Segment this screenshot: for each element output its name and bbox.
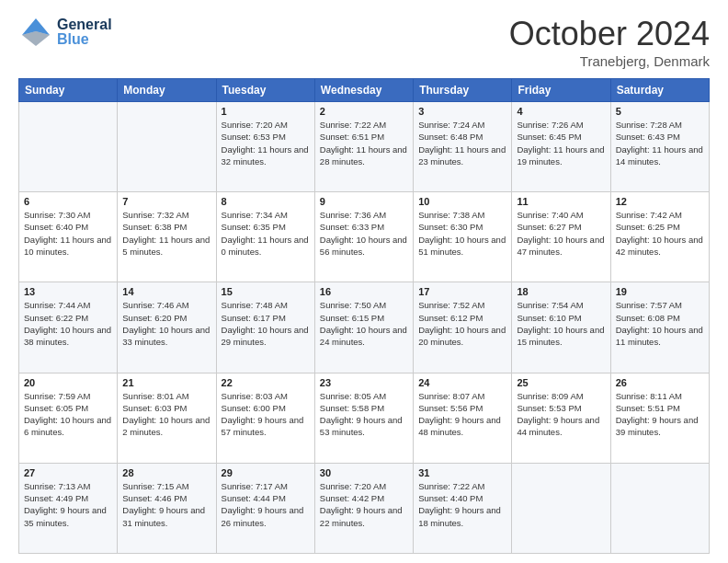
calendar-cell: 3Sunrise: 7:24 AMSunset: 6:48 PMDaylight… — [414, 102, 512, 192]
calendar-cell: 18Sunrise: 7:54 AMSunset: 6:10 PMDayligh… — [512, 282, 610, 373]
daylight-text: Daylight: 10 hours and 29 minutes. — [222, 324, 310, 349]
sunrise-text: Sunrise: 7:57 AM — [616, 299, 704, 311]
sunrise-text: Sunrise: 7:50 AM — [320, 299, 408, 311]
calendar-cell — [610, 463, 709, 553]
day-number: 11 — [517, 196, 605, 207]
day-detail: Sunrise: 7:17 AMSunset: 4:44 PMDaylight:… — [222, 480, 310, 529]
calendar-cell: 2Sunrise: 7:22 AMSunset: 6:51 PMDaylight… — [314, 102, 413, 192]
sunset-text: Sunset: 6:30 PM — [418, 221, 506, 233]
sunset-text: Sunset: 6:22 PM — [24, 312, 112, 324]
day-number: 22 — [222, 377, 310, 388]
day-detail: Sunrise: 7:20 AMSunset: 4:42 PMDaylight:… — [320, 480, 408, 529]
day-detail: Sunrise: 7:50 AMSunset: 6:15 PMDaylight:… — [320, 299, 408, 348]
daylight-text: Daylight: 10 hours and 24 minutes. — [320, 324, 408, 349]
daylight-text: Daylight: 9 hours and 18 minutes. — [418, 504, 506, 529]
day-number: 31 — [418, 467, 506, 478]
day-header-wednesday: Wednesday — [314, 79, 413, 102]
day-header-monday: Monday — [118, 79, 216, 102]
calendar-cell: 16Sunrise: 7:50 AMSunset: 6:15 PMDayligh… — [314, 282, 413, 373]
sunset-text: Sunset: 5:56 PM — [418, 402, 506, 414]
calendar-cell: 30Sunrise: 7:20 AMSunset: 4:42 PMDayligh… — [314, 463, 413, 553]
daylight-text: Daylight: 9 hours and 22 minutes. — [320, 504, 408, 529]
sunset-text: Sunset: 4:42 PM — [320, 492, 408, 504]
logo-general-text: General — [57, 17, 112, 32]
title-block: October 2024 Tranebjerg, Denmark — [509, 15, 710, 69]
day-number: 2 — [320, 106, 408, 117]
day-detail: Sunrise: 7:52 AMSunset: 6:12 PMDaylight:… — [418, 299, 506, 348]
page: General Blue October 2024 Tranebjerg, De… — [0, 0, 728, 563]
sunset-text: Sunset: 6:51 PM — [320, 131, 408, 143]
sunset-text: Sunset: 5:53 PM — [517, 402, 605, 414]
sunset-text: Sunset: 6:33 PM — [320, 221, 408, 233]
calendar-cell: 26Sunrise: 8:11 AMSunset: 5:51 PMDayligh… — [610, 373, 709, 463]
calendar-cell — [19, 102, 118, 192]
daylight-text: Daylight: 9 hours and 26 minutes. — [222, 504, 310, 529]
daylight-text: Daylight: 9 hours and 57 minutes. — [222, 414, 310, 439]
day-number: 28 — [122, 467, 210, 478]
sunrise-text: Sunrise: 7:54 AM — [517, 299, 605, 311]
sunrise-text: Sunrise: 7:34 AM — [222, 209, 310, 221]
sunset-text: Sunset: 6:45 PM — [517, 131, 605, 143]
sunset-text: Sunset: 6:03 PM — [122, 402, 210, 414]
day-detail: Sunrise: 7:57 AMSunset: 6:08 PMDaylight:… — [616, 299, 704, 348]
calendar-cell: 13Sunrise: 7:44 AMSunset: 6:22 PMDayligh… — [19, 282, 118, 373]
daylight-text: Daylight: 10 hours and 11 minutes. — [616, 324, 704, 349]
calendar-cell: 21Sunrise: 8:01 AMSunset: 6:03 PMDayligh… — [118, 373, 216, 463]
sunrise-text: Sunrise: 7:17 AM — [222, 480, 310, 492]
daylight-text: Daylight: 10 hours and 47 minutes. — [517, 234, 605, 259]
day-header-sunday: Sunday — [19, 79, 118, 102]
day-number: 13 — [24, 286, 112, 297]
daylight-text: Daylight: 11 hours and 23 minutes. — [418, 144, 506, 168]
sunrise-text: Sunrise: 7:30 AM — [24, 209, 112, 221]
daylight-text: Daylight: 10 hours and 2 minutes. — [122, 414, 210, 439]
calendar-cell: 12Sunrise: 7:42 AMSunset: 6:25 PMDayligh… — [610, 192, 709, 282]
daylight-text: Daylight: 10 hours and 38 minutes. — [24, 324, 112, 349]
day-header-thursday: Thursday — [414, 79, 512, 102]
sunrise-text: Sunrise: 7:32 AM — [122, 209, 210, 221]
day-detail: Sunrise: 7:24 AMSunset: 6:48 PMDaylight:… — [418, 119, 506, 167]
calendar-cell: 15Sunrise: 7:48 AMSunset: 6:17 PMDayligh… — [216, 282, 314, 373]
calendar-cell: 6Sunrise: 7:30 AMSunset: 6:40 PMDaylight… — [19, 192, 118, 282]
sunrise-text: Sunrise: 8:07 AM — [418, 390, 506, 402]
daylight-text: Daylight: 11 hours and 28 minutes. — [320, 144, 408, 168]
day-detail: Sunrise: 7:44 AMSunset: 6:22 PMDaylight:… — [24, 299, 112, 348]
sunrise-text: Sunrise: 7:36 AM — [320, 209, 408, 221]
daylight-text: Daylight: 10 hours and 15 minutes. — [517, 324, 605, 349]
sunrise-text: Sunrise: 7:13 AM — [24, 480, 112, 492]
sunrise-text: Sunrise: 7:52 AM — [418, 299, 506, 311]
daylight-text: Daylight: 11 hours and 5 minutes. — [122, 234, 210, 259]
calendar-cell: 22Sunrise: 8:03 AMSunset: 6:00 PMDayligh… — [216, 373, 314, 463]
day-detail: Sunrise: 7:38 AMSunset: 6:30 PMDaylight:… — [418, 209, 506, 258]
day-number: 9 — [320, 196, 408, 207]
day-header-tuesday: Tuesday — [216, 79, 314, 102]
day-detail: Sunrise: 8:01 AMSunset: 6:03 PMDaylight:… — [122, 390, 210, 439]
day-number: 19 — [616, 286, 704, 297]
daylight-text: Daylight: 9 hours and 35 minutes. — [24, 504, 112, 529]
calendar-cell: 7Sunrise: 7:32 AMSunset: 6:38 PMDaylight… — [118, 192, 216, 282]
sunset-text: Sunset: 6:08 PM — [616, 312, 704, 324]
day-number: 23 — [320, 377, 408, 388]
day-detail: Sunrise: 7:36 AMSunset: 6:33 PMDaylight:… — [320, 209, 408, 258]
sunrise-text: Sunrise: 7:22 AM — [320, 119, 408, 131]
daylight-text: Daylight: 11 hours and 32 minutes. — [222, 144, 310, 168]
calendar-cell: 10Sunrise: 7:38 AMSunset: 6:30 PMDayligh… — [414, 192, 512, 282]
day-detail: Sunrise: 7:30 AMSunset: 6:40 PMDaylight:… — [24, 209, 112, 258]
sunset-text: Sunset: 6:00 PM — [222, 402, 310, 414]
day-detail: Sunrise: 8:03 AMSunset: 6:00 PMDaylight:… — [222, 390, 310, 439]
daylight-text: Daylight: 9 hours and 39 minutes. — [616, 414, 704, 439]
day-number: 1 — [222, 106, 310, 117]
sunrise-text: Sunrise: 7:59 AM — [24, 390, 112, 402]
day-header-saturday: Saturday — [610, 79, 709, 102]
calendar-cell: 1Sunrise: 7:20 AMSunset: 6:53 PMDaylight… — [216, 102, 314, 192]
sunset-text: Sunset: 6:40 PM — [24, 221, 112, 233]
day-detail: Sunrise: 7:48 AMSunset: 6:17 PMDaylight:… — [222, 299, 310, 348]
calendar-table: SundayMondayTuesdayWednesdayThursdayFrid… — [18, 78, 710, 554]
day-detail: Sunrise: 8:09 AMSunset: 5:53 PMDaylight:… — [517, 390, 605, 439]
calendar-cell: 29Sunrise: 7:17 AMSunset: 4:44 PMDayligh… — [216, 463, 314, 553]
sunrise-text: Sunrise: 7:24 AM — [418, 119, 506, 131]
calendar-week-3: 13Sunrise: 7:44 AMSunset: 6:22 PMDayligh… — [19, 282, 710, 373]
sunset-text: Sunset: 6:10 PM — [517, 312, 605, 324]
sunrise-text: Sunrise: 7:38 AM — [418, 209, 506, 221]
calendar-cell: 23Sunrise: 8:05 AMSunset: 5:58 PMDayligh… — [314, 373, 413, 463]
day-number: 14 — [122, 286, 210, 297]
